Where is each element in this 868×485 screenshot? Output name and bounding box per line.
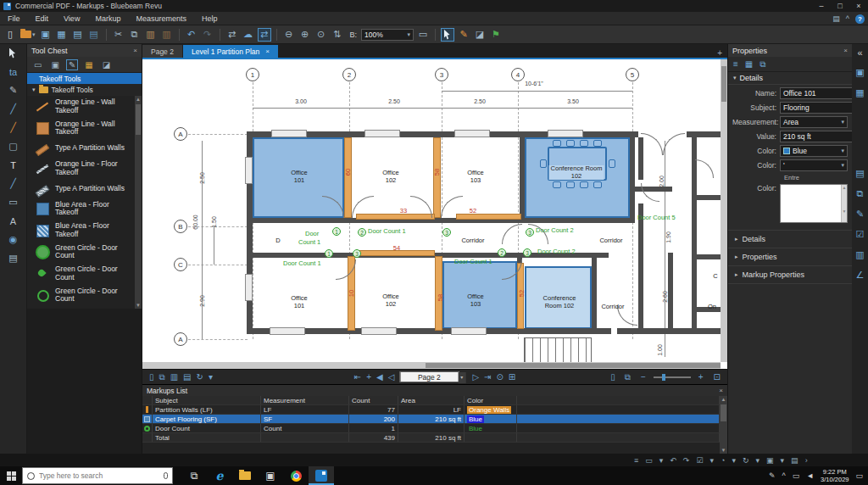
tool-item[interactable]: Green Circle - Door Count — [27, 242, 135, 264]
properties-mode-icon[interactable]: ▣ — [48, 59, 61, 70]
door-count-marker[interactable]: 3 — [353, 249, 361, 258]
file-explorer-button[interactable] — [232, 466, 258, 485]
checkbox-caret[interactable]: ▾ — [709, 456, 714, 465]
form-view-icon[interactable]: ▦ — [745, 59, 753, 69]
canvas-horizontal-scrollbar[interactable] — [142, 362, 721, 369]
scale-combo[interactable]: 100%▾ — [361, 29, 414, 41]
sphere-tool-icon[interactable]: ◉ — [9, 234, 18, 245]
redo-icon[interactable]: ↷ — [683, 456, 690, 465]
eraser-tool-button[interactable]: ◪ — [473, 28, 487, 42]
zoom-out-button[interactable]: ⊖ — [282, 28, 296, 42]
maximize-button[interactable]: □ — [831, 2, 849, 10]
color-text-box[interactable]: ▲▼ — [780, 184, 848, 223]
sync-icon[interactable]: ↻ — [743, 456, 749, 465]
studio-go-button[interactable]: ⇄ — [225, 28, 239, 42]
paste-in-place-button[interactable]: ▥ — [160, 28, 174, 42]
print-button[interactable]: ▤ — [71, 28, 85, 42]
zoom-in-icon[interactable]: + — [698, 372, 704, 382]
thumbnail-view-icon[interactable]: ▯ — [149, 372, 154, 382]
print-list-icon[interactable]: ▤ — [791, 456, 798, 465]
polyline-tool-icon[interactable]: ╱ — [10, 178, 16, 189]
drawing-mode-icon[interactable]: ✎ — [66, 59, 78, 70]
tool-chest-scrollbar[interactable]: ▲▼ — [135, 96, 142, 309]
calculator-icon[interactable]: ▦ — [855, 87, 864, 98]
door-count-marker[interactable]: 3 — [442, 228, 451, 237]
close-icon[interactable]: × — [719, 387, 723, 394]
tool-item[interactable]: Type A Partition Walls — [27, 139, 135, 158]
column-header-measurement[interactable]: Measurement — [261, 396, 349, 404]
text-tool-icon[interactable]: T — [10, 159, 16, 170]
color-select[interactable]: Blue▾ — [780, 145, 848, 157]
checkbox-icon[interactable]: ☑ — [696, 456, 703, 465]
filter-caret[interactable]: ▾ — [659, 456, 664, 465]
tab-page-2[interactable]: Page 2 — [142, 45, 182, 58]
clipboard-tool-icon[interactable]: ▤ — [8, 253, 17, 264]
signature-icon[interactable]: ✎ — [856, 209, 864, 220]
undo-button[interactable]: ↶ — [185, 28, 198, 42]
undo-view-icon[interactable]: ↻ — [197, 372, 203, 382]
list-view-icon[interactable]: ≡ — [733, 59, 738, 69]
tool-item[interactable]: Blue Area - Floor Takeoff — [27, 198, 135, 220]
checklist-icon[interactable]: ☑ — [856, 229, 865, 240]
microphone-icon[interactable] — [164, 472, 168, 479]
cut-button[interactable]: ✂ — [112, 28, 125, 42]
undo-icon[interactable]: ↶ — [670, 456, 676, 465]
measurement-select[interactable]: Area▾ — [780, 116, 848, 128]
collapse-dock-icon[interactable]: « — [857, 47, 862, 58]
markups-scrollbar[interactable]: ▲▼ — [720, 396, 727, 454]
first-page-icon[interactable]: ⇤ — [354, 372, 361, 382]
document-canvas[interactable]: 12345ABCA3.002.502.503.5010-6'1"2.5060.0… — [142, 58, 727, 369]
recent-tools-icon[interactable]: ▦ — [82, 59, 95, 70]
door-count-marker[interactable]: 2 — [358, 228, 366, 237]
zoom-out-icon[interactable]: − — [641, 372, 646, 382]
continuous-view-icon[interactable]: ⧉ — [625, 372, 631, 382]
blue-pen-tool-icon[interactable]: ╱ — [10, 103, 16, 114]
redo-button[interactable]: ↷ — [201, 28, 214, 42]
media-icon[interactable]: ▤ — [855, 168, 864, 179]
save-button[interactable]: ▣ — [39, 28, 53, 42]
new-document-button[interactable]: ▯ — [3, 28, 17, 42]
close-icon[interactable]: × — [843, 47, 848, 54]
measure-icon[interactable]: ∠ — [856, 270, 865, 281]
previous-view-icon[interactable]: ◀ — [376, 372, 383, 382]
file-access-icon[interactable]: ▣ — [855, 67, 864, 78]
tool-item[interactable]: Type A Partition Walls — [27, 180, 135, 198]
volume-icon[interactable]: ◄ — [806, 471, 814, 480]
copy-button[interactable]: ⧉ — [128, 28, 142, 42]
section-properties[interactable]: ▸Properties — [728, 248, 852, 265]
pen-icon[interactable]: ✎ — [769, 471, 776, 480]
markups-row[interactable]: Total439210 sq ft — [142, 433, 720, 443]
page-select-caret-icon[interactable]: ▾ — [458, 372, 465, 383]
task-view-button[interactable]: ⧉ — [181, 466, 207, 485]
fullscreen-icon[interactable]: ⊡ — [714, 372, 721, 382]
store-button[interactable]: ▣ — [258, 466, 283, 485]
chrome-button[interactable] — [283, 466, 309, 485]
clipboard-icon[interactable]: ▥ — [170, 372, 178, 382]
tool-item[interactable]: Blue Area - Floor Takeoff — [27, 220, 135, 242]
page-setup-icon[interactable]: ▤ — [183, 372, 191, 382]
label-tool-icon[interactable]: A — [10, 215, 16, 226]
select-tool-button[interactable] — [441, 28, 454, 42]
zoom-window-button[interactable]: ⊙ — [314, 28, 328, 42]
next-page-icon[interactable]: ▷ — [472, 372, 479, 382]
list-icon[interactable]: ≡ — [634, 456, 638, 465]
status-caret[interactable]: ▾ — [732, 456, 736, 465]
tab-level-1-partition-plan[interactable]: Level 1 Partition Plan× — [183, 45, 278, 58]
section-details[interactable]: ▸Details — [728, 230, 852, 248]
studio-link-button[interactable]: ⇄ — [258, 28, 271, 42]
create-pdf-button[interactable]: ▦ — [55, 28, 69, 42]
menu-view[interactable]: View — [56, 12, 87, 25]
partition-wall-markup[interactable] — [344, 137, 352, 218]
section-markup-properties[interactable]: ▸Markup Properties — [728, 265, 852, 283]
previous-page-icon[interactable]: ◁ — [388, 372, 395, 382]
tool-item[interactable]: Green Circle - Door Count — [27, 263, 135, 285]
close-tab-icon[interactable]: × — [265, 47, 270, 55]
color-select-2[interactable]: '▾ — [780, 159, 848, 171]
doc-view-icon[interactable]: ⧉ — [760, 59, 765, 70]
partition-wall-markup[interactable] — [456, 214, 521, 220]
select-tool-icon[interactable] — [9, 47, 17, 59]
door-count-marker[interactable]: 1 — [325, 249, 333, 258]
minimize-button[interactable]: – — [812, 2, 831, 10]
markups-row[interactable]: Carpet Flooring (SF)SF200210 sq ftBlue — [142, 415, 720, 424]
text-annotation-tool-icon[interactable]: ta — [9, 66, 17, 77]
